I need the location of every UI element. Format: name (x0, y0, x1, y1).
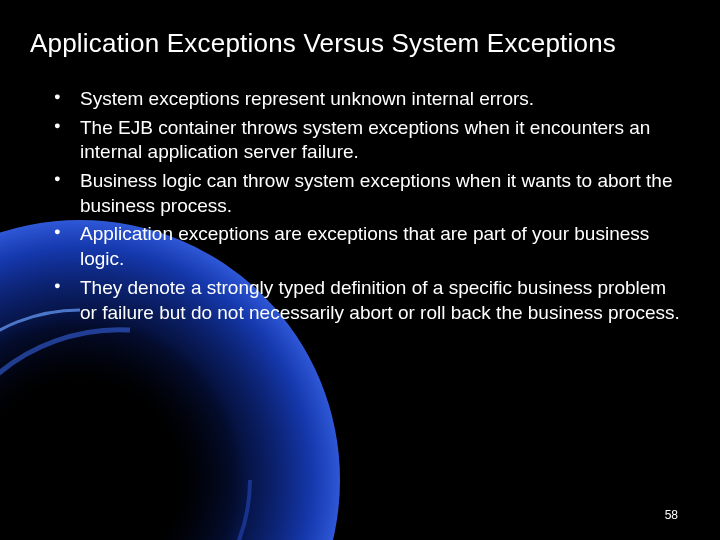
list-item: Application exceptions are exceptions th… (54, 222, 684, 271)
list-item: System exceptions represent unknown inte… (54, 87, 684, 112)
slide-content: Application Exceptions Versus System Exc… (0, 0, 720, 540)
list-item: Business logic can throw system exceptio… (54, 169, 684, 218)
list-item: They denote a strongly typed definition … (54, 276, 684, 325)
list-item: The EJB container throws system exceptio… (54, 116, 684, 165)
slide-title: Application Exceptions Versus System Exc… (30, 28, 684, 59)
bullet-list: System exceptions represent unknown inte… (30, 87, 684, 325)
